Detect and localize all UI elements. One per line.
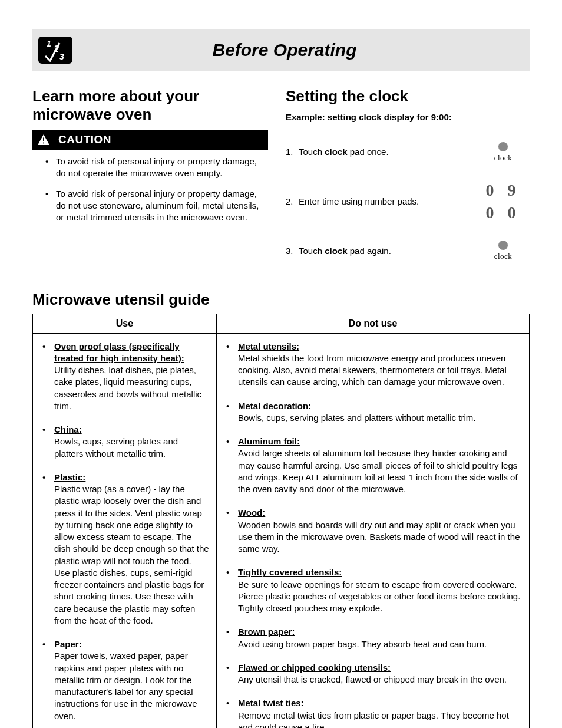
warning-triangle-icon bbox=[37, 134, 50, 146]
example-line: Example: setting clock display for 9:00: bbox=[286, 111, 530, 123]
clock-pad-icon: clock bbox=[477, 241, 530, 262]
utensil-guide-table: Use Do not use Oven proof glass (specifi… bbox=[32, 314, 530, 728]
display-digits: 0 9 0 0 bbox=[477, 179, 530, 224]
guide-heading: Microwave utensil guide bbox=[32, 289, 530, 310]
svg-rect-4 bbox=[43, 143, 44, 144]
col-use-header: Use bbox=[33, 314, 217, 334]
page-title: Before Operating bbox=[81, 38, 530, 62]
col-dont-header: Do not use bbox=[216, 314, 529, 334]
list-item: Oven proof glass (specifically treated f… bbox=[38, 341, 209, 413]
caution-label: CAUTION bbox=[58, 132, 111, 147]
svg-text:1: 1 bbox=[47, 39, 51, 48]
step-row: 3.Touch clock pad again. clock bbox=[286, 230, 530, 272]
list-item: Brown paper:Avoid using brown paper bags… bbox=[222, 626, 522, 650]
list-item: Aluminum foil:Avoid large sheets of alum… bbox=[222, 436, 522, 495]
caution-list: To avoid risk of personal injury or prop… bbox=[32, 156, 268, 223]
clock-pad-icon: clock bbox=[477, 142, 530, 163]
list-item: Flawed or chipped cooking utensils:Any u… bbox=[222, 662, 522, 686]
right-heading: Setting the clock bbox=[286, 87, 530, 106]
step-row: 2.Enter time using number pads. 0 9 0 0 bbox=[286, 173, 530, 230]
dont-list: Metal utensils:Metal shields the food fr… bbox=[222, 341, 522, 728]
svg-rect-3 bbox=[43, 138, 44, 141]
list-item: Paper:Paper towels, waxed paper, paper n… bbox=[38, 638, 209, 722]
use-list: Oven proof glass (specifically treated f… bbox=[38, 341, 209, 722]
list-item: Tightly covered utensils:Be sure to leav… bbox=[222, 566, 522, 614]
caution-bar: CAUTION bbox=[32, 130, 268, 150]
list-item: Metal utensils:Metal shields the food fr… bbox=[222, 341, 522, 388]
left-heading: Learn more about your microwave oven bbox=[32, 87, 268, 124]
steps-123-icon: 1 2 3 bbox=[38, 37, 72, 64]
step-text: 1.Touch clock pad once. bbox=[286, 146, 477, 158]
caution-item: To avoid risk of personal injury or prop… bbox=[45, 188, 268, 224]
svg-text:3: 3 bbox=[59, 52, 64, 61]
list-item: Metal decoration:Bowls, cups, serving pl… bbox=[222, 400, 522, 424]
list-item: Wood:Wooden bowls and boards will dry ou… bbox=[222, 507, 522, 555]
header-band: 1 2 3 Before Operating bbox=[32, 29, 530, 71]
list-item: Metal twist ties:Remove metal twist ties… bbox=[222, 697, 522, 728]
caution-item: To avoid risk of personal injury or prop… bbox=[45, 156, 268, 180]
list-item: Plastic:Plastic wrap (as a cover) - lay … bbox=[38, 472, 209, 627]
step-text: 3.Touch clock pad again. bbox=[286, 245, 477, 257]
step-text: 2.Enter time using number pads. bbox=[286, 196, 477, 207]
step-row: 1.Touch clock pad once. clock bbox=[286, 131, 530, 173]
list-item: China:Bowls, cups, serving plates and pl… bbox=[38, 424, 209, 460]
